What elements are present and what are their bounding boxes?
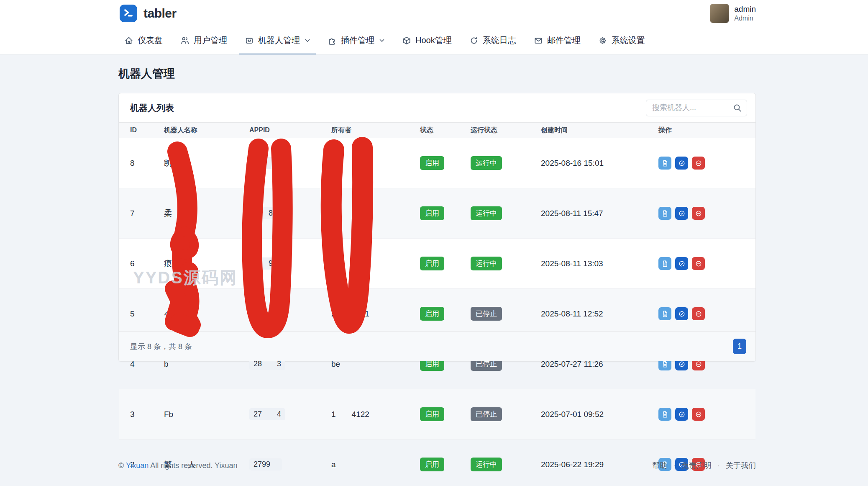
main-navbar: 仪表盘 用户管理 机器人管理 插件管理 Hook管理 [0, 27, 868, 54]
cell-created: 2025-08-16 15:01 [541, 138, 658, 188]
footer-link-about[interactable]: 关于我们 [726, 460, 756, 471]
search-icon[interactable] [733, 103, 742, 113]
nav-item-robots[interactable]: 机器人管理 [239, 27, 316, 54]
appid-chip: 28 0 [249, 308, 285, 320]
copyright: © Yixuan All rights reserved. Yixuan [118, 461, 237, 470]
view-detail-button[interactable] [658, 307, 671, 320]
table-header-row: ID 机器人名称 APPID 所有者 状态 运行状态 创建时间 操作 [119, 123, 755, 138]
file-icon [661, 411, 669, 418]
view-detail-button[interactable] [658, 207, 671, 220]
verify-button[interactable] [675, 408, 688, 421]
nav-item-mail[interactable]: 邮件管理 [528, 27, 586, 54]
card-title: 机器人列表 [130, 102, 174, 114]
nav-item-hooks[interactable]: Hook管理 [396, 27, 458, 54]
nav-label: Hook管理 [415, 35, 452, 46]
col-actions: 操作 [658, 123, 755, 138]
disable-button[interactable] [692, 257, 705, 270]
cell-id: 6 [119, 239, 164, 289]
top-header: tabler admin Admin [0, 0, 868, 27]
badge-check-icon [678, 310, 686, 318]
cell-status: 启用 [420, 188, 471, 239]
view-detail-button[interactable] [658, 408, 671, 421]
search-input[interactable] [646, 100, 747, 116]
disable-button[interactable] [692, 157, 705, 170]
cell-appid: 27 4 [249, 389, 331, 440]
gear-icon [598, 36, 607, 45]
nav-item-plugins[interactable]: 插件管理 [322, 27, 390, 54]
footer-link-disclaimer[interactable]: 免责声明 [681, 460, 712, 471]
appid-chip: 9 [249, 257, 277, 270]
cell-name: Fb [164, 389, 249, 440]
file-icon [661, 210, 669, 217]
col-id: ID [119, 123, 164, 138]
robot-list-card: 机器人列表 ID 机器人名称 APPID 所有者 状态 运行状态 创建时间 [118, 93, 756, 362]
nav-item-users[interactable]: 用户管理 [174, 27, 233, 54]
page-title: 机器人管理 [118, 66, 175, 81]
robot-table: ID 机器人名称 APPID 所有者 状态 运行状态 创建时间 操作 8 凯 t… [119, 122, 755, 486]
puzzle-icon [328, 36, 337, 45]
badge-check-icon [678, 210, 686, 217]
nav-item-dashboard[interactable]: 仪表盘 [118, 27, 169, 54]
cell-run-state: 运行中 [471, 188, 541, 239]
copyright-symbol: © [118, 461, 124, 470]
cell-run-state: 运行中 [471, 138, 541, 188]
table-row: 8 凯 t 4 7 启用 运行中 2025-08-16 15:01 [119, 138, 755, 188]
cell-name: 柔 [164, 188, 249, 239]
cell-status: 启用 [420, 239, 471, 289]
col-appid: APPID [249, 123, 331, 138]
pagination-page-1-button[interactable]: 1 [733, 339, 746, 354]
cell-owner [331, 188, 420, 239]
run-state-badge: 已停止 [471, 407, 502, 421]
disable-button[interactable] [692, 307, 705, 320]
chevron-down-icon [305, 39, 310, 42]
footer-link-help[interactable]: 帮助 [652, 460, 667, 471]
col-run-state: 运行状态 [471, 123, 541, 138]
avatar [710, 4, 729, 23]
cell-appid: 9 [249, 239, 331, 289]
refresh-icon [469, 36, 479, 45]
badge-check-icon [678, 411, 686, 418]
status-badge: 启用 [420, 307, 444, 321]
cell-appid: 8 [249, 188, 331, 239]
view-detail-button[interactable] [658, 257, 671, 270]
circle-minus-icon [695, 411, 702, 418]
badge-check-icon [678, 260, 686, 267]
cell-actions [658, 389, 755, 440]
cell-owner: 7 [331, 138, 420, 188]
table-row: 7 柔 8 启用 运行中 2025-08-11 15:47 [119, 188, 755, 239]
nav-item-settings[interactable]: 系统设置 [592, 27, 651, 54]
appid-chip: 27 4 [249, 408, 285, 420]
cell-owner: y [331, 239, 420, 289]
nav-label: 系统日志 [483, 35, 516, 46]
status-badge: 启用 [420, 407, 444, 421]
badge-check-icon [678, 159, 686, 167]
user-menu[interactable]: admin Admin [710, 4, 756, 23]
appid-chip: 8 [249, 207, 277, 219]
robot-management-page: tabler admin Admin 仪表盘 用户管理 机器人管理 [0, 0, 868, 486]
circle-minus-icon [695, 360, 702, 368]
verify-button[interactable] [675, 257, 688, 270]
file-icon [661, 159, 669, 167]
nav-item-logs[interactable]: 系统日志 [463, 27, 522, 54]
cell-status: 启用 [420, 389, 471, 440]
chevron-down-icon [379, 39, 384, 42]
cell-appid: 4 [249, 138, 331, 188]
status-badge: 启用 [420, 206, 444, 220]
disable-button[interactable] [692, 207, 705, 220]
verify-button[interactable] [675, 307, 688, 320]
verify-button[interactable] [675, 207, 688, 220]
disable-button[interactable] [692, 408, 705, 421]
separator: · [717, 461, 720, 470]
view-detail-button[interactable] [658, 157, 671, 170]
nav-label: 机器人管理 [258, 35, 300, 46]
col-created: 创建时间 [541, 123, 658, 138]
brand-logo[interactable]: tabler [119, 4, 177, 23]
user-role: Admin [734, 14, 756, 23]
cell-actions [658, 138, 755, 188]
table-row: 3 Fb 27 4 1 4122 启用 已停止 2025-07-01 09:52 [119, 389, 755, 440]
verify-button[interactable] [675, 157, 688, 170]
users-icon [180, 36, 189, 45]
footer-brand-link[interactable]: Yixuan [126, 461, 149, 470]
card-footer: 显示 8 条，共 8 条 1 [119, 331, 755, 361]
cell-actions [658, 239, 755, 289]
